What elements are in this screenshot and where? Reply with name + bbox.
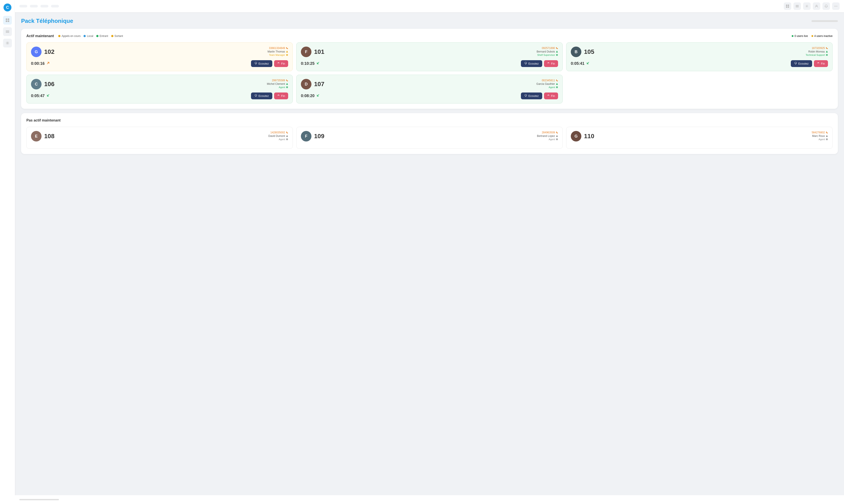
card-role-102: Team Manager [267, 54, 288, 56]
agent-number-106: 106 [44, 80, 54, 88]
card-bottom-107: 0:08:20 Ecoutez Fin [301, 92, 558, 99]
svg-rect-9 [788, 5, 789, 6]
end-button-102[interactable]: Fin [274, 60, 288, 67]
inactive-card-right-109: 284963509 Bertrand Lopez Agent [537, 131, 558, 141]
svg-rect-25 [826, 54, 828, 56]
inactive-card-left-109: F 109 [301, 131, 324, 142]
svg-rect-14 [796, 7, 799, 7]
listen-button-105[interactable]: Ecoutez [791, 60, 812, 67]
active-section-header: Actif maintenant Appels en cours Local E… [27, 34, 832, 38]
call-card-106: C 106 299735589 Michel Clement Agent [27, 75, 293, 104]
inactive-card-top-110: G 110 584276802 Marc Roux Agent [571, 131, 828, 142]
card-right-107: 002345811 Garcia Gauthier Agent [536, 79, 558, 89]
legend: Appels en cours Local Entrant Sortant [58, 35, 123, 38]
users-live-indicator: 0 users live [792, 35, 808, 38]
legend-appels: Appels en cours [58, 35, 81, 38]
card-phone-107: 002345811 [536, 79, 558, 82]
topnav-right-icons [784, 2, 840, 10]
end-button-101[interactable]: Fin [544, 60, 558, 67]
call-timer-106: 0:05:47 [31, 94, 50, 98]
svg-point-22 [557, 51, 557, 52]
end-icon-107 [547, 94, 550, 97]
avatar: F [301, 131, 312, 142]
call-card-107: D 107 002345811 Garcia Gauthier Agent [296, 75, 563, 104]
svg-rect-12 [796, 5, 799, 5]
sidebar-btn-3[interactable] [3, 39, 12, 48]
svg-rect-35 [826, 139, 828, 140]
card-left-105: B 105 [571, 47, 594, 57]
listen-icon-101 [524, 62, 527, 65]
svg-point-19 [837, 6, 838, 6]
sidebar-btn-1[interactable] [3, 16, 12, 24]
card-top-101: F 101 092571890 Bernard Dubois Shelf Sup… [301, 47, 558, 57]
inactive-card-phone-110: 584276802 [812, 131, 828, 134]
svg-point-32 [557, 135, 557, 136]
legend-label-appels: Appels en cours [61, 35, 81, 38]
listen-button-102[interactable]: Ecoutez [251, 60, 272, 67]
agent-number-107: 107 [314, 80, 324, 88]
listen-button-101[interactable]: Ecoutez [521, 60, 542, 67]
svg-point-20 [287, 51, 287, 52]
sidebar-btn-2[interactable] [3, 27, 12, 36]
listen-button-107[interactable]: Ecoutez [521, 92, 542, 99]
listen-button-106[interactable]: Ecoutez [251, 92, 272, 99]
call-timer-102: 0:00:16 [31, 61, 50, 66]
avatar: F [301, 47, 312, 57]
inactive-dot [811, 35, 813, 37]
svg-rect-3 [8, 20, 9, 22]
inactive-agent-number-110: 110 [584, 133, 594, 140]
call-direction-icon-106 [46, 94, 50, 98]
card-bottom-102: 0:00:16 Ecoutez Fin [31, 60, 288, 67]
end-icon-106 [277, 94, 280, 97]
legend-dot-appels [58, 35, 60, 37]
call-direction-icon-107 [316, 94, 320, 98]
nav-pill-1[interactable] [19, 5, 27, 7]
inactive-card-left-110: G 110 [571, 131, 594, 142]
more-icon-btn[interactable] [832, 2, 840, 10]
nav-pill-4[interactable] [51, 5, 59, 7]
card-left-102: G 102 [31, 47, 54, 57]
users-inactive-indicator: 4 users inactive [811, 35, 832, 38]
scrollbar[interactable] [19, 499, 59, 500]
end-button-105[interactable]: Fin [814, 60, 828, 67]
svg-point-7 [7, 42, 8, 44]
svg-rect-33 [556, 139, 558, 140]
bell-icon-btn[interactable] [823, 2, 830, 10]
inactive-card-108: E 108 1428035002 David Dumont Agent [27, 127, 293, 149]
card-actions-107: Ecoutez Fin [521, 92, 558, 99]
card-agentname-101: Bernard Dubois [537, 50, 558, 53]
card-right-105: 187320925 Robin Moreau Technical Support [806, 47, 828, 56]
nav-pill-2[interactable] [30, 5, 38, 7]
end-button-106[interactable]: Fin [274, 92, 288, 99]
svg-rect-0 [6, 18, 7, 20]
inactive-card-role-110: Agent [812, 138, 828, 141]
nav-pill-3[interactable] [40, 5, 48, 7]
call-card-102: G 102 33661334849 Martin Thomas Team Man… [27, 42, 293, 71]
end-button-107[interactable]: Fin [544, 92, 558, 99]
user-icon-btn[interactable] [813, 2, 820, 10]
list-icon-btn[interactable] [793, 2, 801, 10]
active-section-title: Actif maintenant [27, 34, 54, 38]
inactive-agent-number-108: 108 [44, 133, 54, 140]
avatar: G [571, 131, 581, 142]
card-actions-102: Ecoutez Fin [251, 60, 288, 67]
active-cards-grid: G 102 33661334849 Martin Thomas Team Man… [27, 42, 832, 104]
svg-rect-31 [286, 139, 288, 140]
title-decoration [811, 20, 838, 22]
call-direction-icon-102 [46, 61, 50, 66]
card-left-101: F 101 [301, 47, 324, 57]
card-phone-102: 33661334849 [267, 47, 288, 50]
call-direction-icon-101 [316, 61, 320, 66]
active-section: Actif maintenant Appels en cours Local E… [21, 29, 838, 109]
svg-rect-5 [6, 32, 9, 32]
grid-icon-btn[interactable] [784, 2, 791, 10]
inactive-agent-number-109: 109 [314, 133, 324, 140]
svg-point-15 [806, 6, 808, 7]
svg-rect-2 [6, 20, 7, 22]
card-agentname-107: Garcia Gauthier [536, 83, 558, 86]
call-timer-107: 0:08:20 [301, 94, 320, 98]
svg-point-24 [826, 51, 827, 52]
legend-local: Local [84, 35, 93, 38]
card-top-106: C 106 299735589 Michel Clement Agent [31, 79, 288, 89]
settings-icon-btn[interactable] [803, 2, 811, 10]
